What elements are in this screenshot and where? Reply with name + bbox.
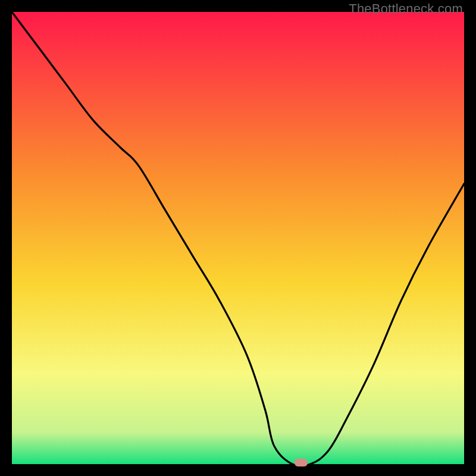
bottleneck-curve xyxy=(12,12,464,464)
watermark-text: TheBottleneck.com xyxy=(349,1,463,17)
optimal-point-marker xyxy=(295,459,308,466)
